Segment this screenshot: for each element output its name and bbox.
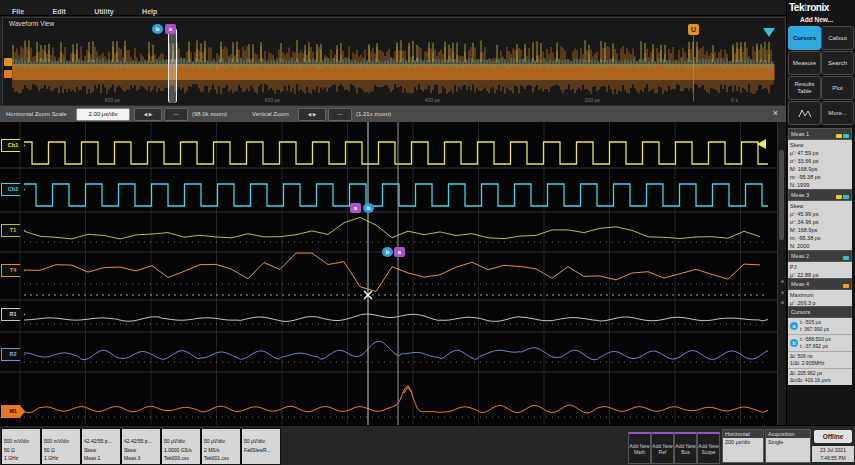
acquisition-value: Single bbox=[766, 438, 810, 462]
channel-badge-ch2[interactable]: Ch 2 500 mV/div 50 Ω 1 GHz bbox=[41, 428, 81, 465]
zoom-window-needle[interactable] bbox=[168, 28, 177, 103]
cursor-a-handle[interactable]: a bbox=[394, 247, 405, 257]
meas-value: m: -95.38 ps bbox=[790, 234, 850, 242]
add-measure-button[interactable]: Measure bbox=[788, 51, 821, 75]
badge-title: Trend 1 bbox=[82, 429, 120, 437]
add-plot-button[interactable]: Plot bbox=[821, 76, 854, 100]
menu-edit[interactable]: Edit bbox=[41, 6, 78, 15]
meas-value: PJ bbox=[790, 263, 850, 271]
meas-value: μ': 45.99 ps bbox=[790, 210, 850, 218]
overview-noise-plot bbox=[3, 18, 783, 103]
meas-4-badge[interactable]: Meas 4 Maximum μ': 269.3 p bbox=[788, 278, 852, 308]
cursor-a-icon: a bbox=[790, 322, 798, 330]
meas-1-header: Meas 1 bbox=[788, 128, 852, 140]
horizontal-title: Horizontal bbox=[723, 430, 763, 438]
waveform-plot bbox=[0, 122, 777, 425]
delta-v-readout: Δt: 205.962 μsΔv/Δt: 416.16 μs/s bbox=[788, 369, 852, 385]
add-new-scope-button[interactable]: Add New Scope bbox=[697, 432, 720, 464]
badge-title: Ref 1 bbox=[162, 429, 200, 437]
menu-utility[interactable]: Utility bbox=[82, 6, 125, 15]
scrollbar-thumb[interactable] bbox=[779, 150, 784, 240]
acquisition-panel[interactable]: Acquisition Single bbox=[765, 429, 811, 463]
trigger-position-flag[interactable]: U bbox=[688, 24, 699, 35]
h-zoom-arrows-button[interactable]: ◀ ▶ bbox=[134, 108, 162, 121]
close-zoom-icon[interactable]: × bbox=[773, 108, 778, 118]
cursor-a-overview-handle[interactable]: a bbox=[165, 24, 176, 34]
meas-value: μ': 47.59 ps bbox=[790, 149, 850, 157]
horizontal-zoom-scale-input[interactable]: 2.00 μs/div bbox=[76, 108, 130, 121]
vertical-zoom-label: Vertical Zoom bbox=[252, 111, 289, 117]
datetime-display[interactable]: 23 Jul 2021 7:46:55 PM bbox=[812, 446, 854, 462]
cursors-header: Cursors bbox=[788, 306, 852, 318]
meas-3-badge[interactable]: Meas 3 Skew μ': 45.99 ps σ': 34.96 ps M:… bbox=[788, 189, 852, 251]
sidebar-splitter-handle[interactable] bbox=[781, 280, 785, 304]
source-chip-ch1 bbox=[836, 195, 842, 199]
badge-title: Ref 2 bbox=[202, 429, 240, 437]
h-zoom-value: (98.0k zoom) bbox=[192, 111, 227, 117]
horizontal-value: 200 μs/div bbox=[723, 438, 763, 462]
trigger-level-arrow-icon[interactable] bbox=[757, 139, 766, 149]
badge-title: Ch 1 bbox=[2, 429, 40, 437]
add-new-ref-button[interactable]: Add New Ref bbox=[651, 432, 674, 464]
horizontal-zoom-scale-label: Horizontal Zoom Scale bbox=[6, 111, 67, 117]
meas-value: N: 2000 bbox=[790, 242, 850, 250]
cursor-b-readout: b t: -588.500 μst: -37.692 μs bbox=[788, 335, 852, 352]
source-chip-math1 bbox=[843, 284, 849, 288]
add-new-label: Add New... bbox=[800, 16, 833, 23]
meas-value: σ': 33.66 ps bbox=[790, 157, 850, 165]
v-zoom-arrows-button[interactable]: ◀ ▶ bbox=[298, 108, 326, 121]
badge-title: Math 1 bbox=[242, 429, 280, 437]
channel-badge-trend4[interactable]: Trend 4 42.42/55 p... Skew Meas 3 bbox=[121, 428, 161, 465]
menu-bar: File Edit Utility Help bbox=[0, 0, 786, 16]
meas-value: Skew bbox=[790, 141, 850, 149]
add-search-button[interactable]: Search bbox=[821, 51, 854, 75]
channel-badge-ref1[interactable]: Ref 1 50 μV/div 1.0000 GS/s Tek000.csv bbox=[161, 428, 201, 465]
tektronix-logo: Tektronix bbox=[789, 2, 829, 13]
add-eye-diagram-button[interactable] bbox=[788, 101, 821, 125]
search-mark-icon bbox=[763, 28, 775, 37]
h-zoom-minus-button[interactable]: — bbox=[164, 108, 188, 121]
meas-value: M: 168.9ps bbox=[790, 226, 850, 234]
cursor-b-handle[interactable]: b bbox=[382, 247, 393, 257]
add-cursors-button[interactable]: Cursors bbox=[788, 26, 821, 50]
overview-title: Waveform View bbox=[9, 20, 54, 27]
cursor-b-handle[interactable]: b bbox=[363, 203, 374, 213]
source-chip-ch2 bbox=[843, 195, 849, 199]
overview-time-label: -400 μs bbox=[423, 97, 440, 103]
channel-badge-trend1[interactable]: Trend 1 42.42/55 p... Skew Meas 1 bbox=[81, 428, 121, 465]
channel-badge-ch1[interactable]: Ch 1 500 mV/div 50 Ω 1 GHz bbox=[1, 428, 41, 465]
acquisition-title: Acquisition bbox=[766, 430, 810, 438]
menu-help[interactable]: Help bbox=[130, 6, 169, 15]
meas-2-badge[interactable]: Meas 2 PJ μ': 22.88 ps bbox=[788, 250, 852, 280]
menu-file[interactable]: File bbox=[0, 6, 36, 15]
channel-badge-ref2[interactable]: Ref 2 50 μV/div 2 MS/s Tek001.csv bbox=[201, 428, 241, 465]
source-chip-ch1 bbox=[836, 134, 842, 138]
overview-time-label: -800 μs bbox=[103, 97, 120, 103]
cursor-b-overview-handle[interactable]: b bbox=[152, 24, 163, 34]
add-callout-button[interactable]: Callout bbox=[821, 26, 854, 50]
plot-icon bbox=[798, 108, 812, 118]
main-waveform-view[interactable] bbox=[0, 122, 777, 425]
overview-time-label: -200 μs bbox=[583, 97, 600, 103]
meas-value: Maximum bbox=[790, 291, 850, 299]
add-new-math-button[interactable]: Add New Math bbox=[628, 432, 651, 464]
more-button[interactable]: More... bbox=[821, 101, 854, 125]
overview-channel-handle[interactable] bbox=[4, 70, 12, 78]
cursors-badge[interactable]: Cursors a t: -505 μst: 367.990 μs b t: -… bbox=[788, 306, 852, 385]
channel-badge-math1[interactable]: Math 1 50 μV/div FallSlewR... bbox=[241, 428, 281, 465]
cursor-a-handle[interactable]: a bbox=[350, 203, 361, 213]
waveform-overview[interactable]: Waveform View -800 μs -600 μs -400 μs -2… bbox=[2, 17, 786, 106]
trigger-position-line bbox=[693, 35, 694, 101]
add-results-table-button[interactable]: Results Table bbox=[788, 76, 821, 100]
offline-button[interactable]: Offline bbox=[814, 430, 852, 443]
v-zoom-minus-button[interactable]: — bbox=[328, 108, 352, 121]
badge-title: Trend 4 bbox=[122, 429, 160, 437]
overview-channel-handle[interactable] bbox=[4, 58, 12, 66]
meas-1-badge[interactable]: Meas 1 Skew μ': 47.59 ps σ': 33.66 ps M:… bbox=[788, 128, 852, 190]
meas-value: m: -95.38 ps bbox=[790, 173, 850, 181]
add-new-bus-button[interactable]: Add New Bus bbox=[674, 432, 697, 464]
meas-4-header: Meas 4 bbox=[788, 278, 852, 290]
horizontal-panel[interactable]: Horizontal 200 μs/div bbox=[722, 429, 764, 463]
meas-value: N: 1999 bbox=[790, 181, 850, 189]
overview-time-label: 0 s bbox=[731, 97, 738, 103]
